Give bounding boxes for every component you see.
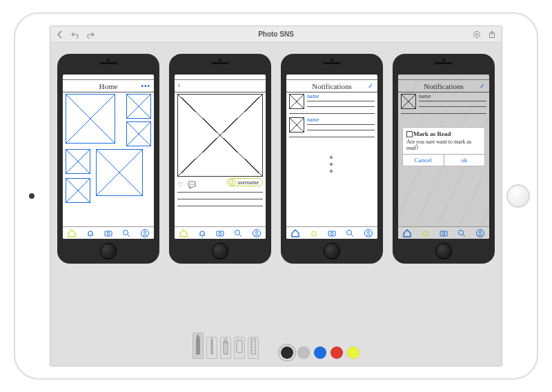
tab-search-icon[interactable] <box>121 228 131 238</box>
ipad-frame: Photo SNS Home <box>14 12 538 380</box>
tool-eraser[interactable] <box>234 337 245 359</box>
tab-camera-icon[interactable] <box>327 228 337 238</box>
tab-camera-icon[interactable] <box>215 228 225 238</box>
swatch-lime[interactable] <box>347 346 359 359</box>
tab-profile-icon[interactable] <box>140 228 150 238</box>
svg-point-11 <box>235 230 240 235</box>
tab-search-icon[interactable] <box>457 228 466 238</box>
more-icon[interactable]: ••• <box>141 82 150 90</box>
username-pill[interactable]: username <box>227 178 263 186</box>
tabbar <box>398 226 489 239</box>
tab-home-icon[interactable] <box>67 228 77 238</box>
mockup-home[interactable]: Home ••• <box>57 54 159 264</box>
swatch-grey[interactable] <box>297 346 310 359</box>
mockup-detail[interactable]: ‹ ♡ 💬 <box>169 54 271 264</box>
list-item-name: name <box>307 93 319 99</box>
app-title: Photo SNS <box>50 30 502 38</box>
dialog-message: Are you sure want to mark as read? <box>406 139 481 151</box>
comment-icon[interactable]: 💬 <box>188 181 196 188</box>
tabbar <box>286 226 377 239</box>
tool-ruler[interactable] <box>248 337 259 359</box>
mockup-notifications-dialog-title: Notifications <box>424 82 463 90</box>
tab-search-icon[interactable] <box>233 228 243 238</box>
check-icon[interactable]: ✓ <box>368 82 374 90</box>
back-chevron-icon[interactable]: ‹ <box>178 81 180 89</box>
mockup-notifications-dialog-header: Notifications ✓ <box>398 80 489 92</box>
ipad-home-button[interactable] <box>506 184 530 208</box>
username-label: username <box>237 179 259 186</box>
swatch-blue[interactable] <box>314 346 326 359</box>
svg-point-20 <box>442 232 445 235</box>
tab-search-icon[interactable] <box>345 228 355 238</box>
tool-pen[interactable] <box>193 333 204 359</box>
canvas-area[interactable]: Home ••• <box>50 43 502 366</box>
mockup-home-header: Home ••• <box>63 80 154 92</box>
svg-point-4 <box>107 232 110 235</box>
dialog-ok-button[interactable]: ok <box>444 155 485 166</box>
user-icon <box>229 179 236 186</box>
tab-profile-icon[interactable] <box>475 228 485 238</box>
tool-fine-pen[interactable] <box>206 337 217 359</box>
confirm-dialog: Mark as Read Are you sure want to mark a… <box>402 127 485 166</box>
svg-point-13 <box>255 231 257 233</box>
tab-notifications-icon[interactable] <box>421 228 431 238</box>
undo-icon[interactable] <box>71 30 79 39</box>
dialog-title: Mark as Read <box>406 130 481 137</box>
redo-icon[interactable] <box>86 30 95 39</box>
tool-pencil[interactable] <box>220 337 231 359</box>
tab-profile-icon[interactable] <box>364 228 373 238</box>
svg-point-5 <box>124 230 128 235</box>
ipad-camera <box>29 193 34 199</box>
mockup-detail-header: ‹ <box>175 80 266 92</box>
svg-point-1 <box>476 33 478 35</box>
check-icon[interactable]: ✓ <box>480 82 486 90</box>
tab-home-icon[interactable] <box>402 228 412 238</box>
settings-icon[interactable] <box>473 30 481 39</box>
mockup-notifications-title: Notifications <box>312 82 351 90</box>
tab-camera-icon[interactable] <box>103 228 113 238</box>
app-topbar: Photo SNS <box>50 26 502 43</box>
swatch-red[interactable] <box>331 346 343 359</box>
mockup-notifications-dialog[interactable]: Notifications ✓ name Mark as Read Are <box>393 54 495 264</box>
tab-notifications-icon[interactable] <box>197 228 207 238</box>
list-item-name: name <box>307 117 319 123</box>
app-screen: Photo SNS Home <box>50 26 502 366</box>
mockup-notifications[interactable]: Notifications ✓ name name <box>281 54 383 264</box>
mockup-home-title: Home <box>99 82 118 90</box>
tab-home-icon[interactable] <box>179 228 188 238</box>
drawing-toolbar <box>50 333 502 359</box>
share-icon[interactable] <box>488 30 496 39</box>
tabbar <box>175 226 266 239</box>
heart-icon[interactable]: ♡ <box>177 181 184 188</box>
list-item-name: name <box>419 93 431 99</box>
tab-home-icon[interactable] <box>290 228 300 238</box>
color-palette <box>281 346 359 359</box>
svg-point-15 <box>331 232 333 235</box>
tab-profile-icon[interactable] <box>252 228 262 238</box>
svg-point-10 <box>219 232 221 235</box>
svg-rect-24 <box>237 340 242 353</box>
svg-point-18 <box>367 231 369 233</box>
back-icon[interactable] <box>56 30 64 39</box>
svg-point-0 <box>474 31 480 37</box>
mockup-notifications-header: Notifications ✓ <box>286 80 377 92</box>
svg-point-16 <box>347 230 352 235</box>
svg-point-8 <box>232 181 234 183</box>
svg-point-21 <box>459 230 464 235</box>
tabbar <box>63 226 154 239</box>
svg-rect-25 <box>251 339 255 354</box>
tab-camera-icon[interactable] <box>439 228 448 238</box>
swatch-black[interactable] <box>281 346 293 359</box>
dialog-cancel-button[interactable]: Cancel <box>403 155 444 166</box>
svg-point-7 <box>144 231 146 233</box>
tab-notifications-icon[interactable] <box>86 228 95 238</box>
svg-point-23 <box>479 231 481 233</box>
tab-notifications-icon[interactable] <box>309 228 319 238</box>
